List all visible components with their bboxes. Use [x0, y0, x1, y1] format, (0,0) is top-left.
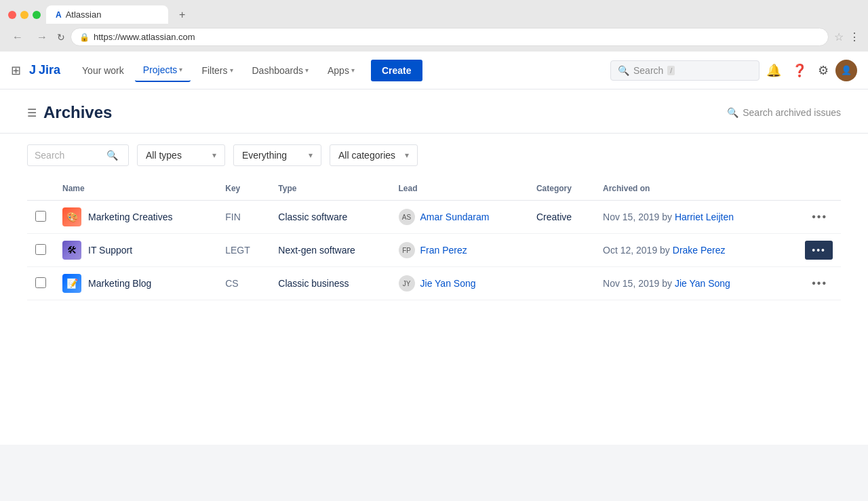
row-checkbox-cell	[27, 201, 54, 234]
search-label: Search	[633, 65, 663, 76]
nav-apps[interactable]: Apps ▾	[319, 60, 363, 81]
row-lead-cell: JYJie Yan Song	[391, 267, 528, 300]
search-filter-icon: 🔍	[106, 150, 118, 161]
nav-dashboards[interactable]: Dashboards ▾	[244, 60, 317, 81]
help-button[interactable]: ❓	[788, 59, 811, 82]
row-category: Creative	[528, 201, 595, 234]
everything-label: Everything	[242, 150, 287, 161]
everything-dropdown[interactable]: Everything ▾	[233, 144, 321, 166]
row-name-cell: 🛠IT Support	[54, 234, 217, 267]
maximize-dot[interactable]	[33, 11, 41, 19]
settings-button[interactable]: ⚙	[814, 59, 833, 82]
project-icon: 🎨	[62, 207, 81, 226]
user-avatar[interactable]: 👤	[835, 60, 857, 81]
project-name[interactable]: Marketing Creatives	[88, 212, 173, 222]
col-name: Name	[54, 177, 217, 201]
actions-menu-button-active[interactable]: •••	[805, 241, 833, 260]
search-input[interactable]	[35, 150, 102, 161]
nav-filters[interactable]: Filters ▾	[193, 60, 241, 81]
actions-menu-button[interactable]: •••	[806, 275, 833, 292]
project-name[interactable]: Marketing Blog	[88, 278, 151, 289]
global-search-bar[interactable]: 🔍 Search /	[610, 60, 760, 81]
search-shortcut: /	[667, 66, 675, 75]
col-actions	[785, 177, 841, 201]
col-type: Type	[270, 177, 390, 201]
jira-logo[interactable]: J Jira	[29, 63, 60, 77]
name-search-filter[interactable]: 🔍	[27, 144, 129, 166]
row-actions-cell: •••	[785, 234, 841, 267]
tab-title: Atlassian	[66, 9, 102, 20]
nav-your-work[interactable]: Your work	[74, 60, 132, 81]
close-dot[interactable]	[8, 11, 16, 19]
minimize-dot[interactable]	[20, 11, 28, 19]
all-categories-label: All categories	[338, 150, 395, 161]
all-types-dropdown[interactable]: All types ▾	[137, 144, 225, 166]
refresh-button[interactable]: ↻	[57, 32, 65, 43]
table-header: Name Key Type Lead Category Archived on	[27, 177, 841, 201]
archived-by-user[interactable]: Jie Yan Song	[675, 278, 730, 289]
top-nav: ⊞ J Jira Your work Projects ▾ Filters ▾ …	[0, 52, 868, 89]
forward-button[interactable]: →	[33, 30, 52, 45]
new-tab-button[interactable]: +	[174, 6, 191, 24]
row-name-cell: 📝Marketing Blog	[54, 267, 217, 300]
lead-name[interactable]: Fran Perez	[420, 245, 467, 256]
archives-table: Name Key Type Lead Category Archived on …	[27, 177, 841, 300]
lock-icon: 🔒	[79, 33, 90, 42]
row-actions-cell: •••	[785, 201, 841, 234]
bookmark-button[interactable]: ☆	[834, 31, 844, 43]
notifications-button[interactable]: 🔔	[762, 59, 785, 82]
browser-toolbar: ← → ↻ 🔒 https://www.atlassian.com ☆ ⋮	[0, 24, 868, 52]
archived-by-user[interactable]: Harriet Leijten	[675, 212, 734, 222]
lead-name[interactable]: Amar Sundaram	[420, 212, 490, 222]
address-bar[interactable]: 🔒 https://www.atlassian.com	[71, 28, 829, 46]
lead-name[interactable]: Jie Yan Song	[420, 278, 476, 289]
row-category	[528, 234, 595, 267]
col-checkbox	[27, 177, 54, 201]
search-archived-label: Search archived issues	[743, 107, 841, 118]
row-type: Next-gen software	[270, 234, 390, 267]
col-key: Key	[217, 177, 270, 201]
row-checkbox-cell	[27, 267, 54, 300]
row-archived-on: Nov 15, 2019 by Harriet Leijten	[595, 201, 785, 234]
row-key: LEGT	[217, 234, 270, 267]
col-archived-on: Archived on	[595, 177, 785, 201]
grid-icon[interactable]: ⊞	[11, 63, 21, 78]
create-button[interactable]: Create	[371, 60, 422, 81]
row-type: Classic software	[270, 201, 390, 234]
search-archived-button[interactable]: 🔍 Search archived issues	[727, 107, 841, 118]
row-checkbox[interactable]	[35, 211, 46, 222]
page-title: Archives	[43, 103, 112, 122]
archives-table-container: Name Key Type Lead Category Archived on …	[0, 177, 868, 300]
nav-projects[interactable]: Projects ▾	[135, 59, 191, 82]
back-button[interactable]: ←	[8, 30, 27, 45]
row-checkbox[interactable]	[35, 244, 46, 255]
everything-caret: ▾	[309, 151, 313, 160]
table-row: 🎨Marketing CreativesFINClassic softwareA…	[27, 201, 841, 234]
row-checkbox[interactable]	[35, 277, 46, 288]
project-name[interactable]: IT Support	[88, 245, 132, 256]
page-content: ☰ Archives 🔍 Search archived issues 🔍 Al…	[0, 89, 868, 300]
apps-caret: ▾	[351, 66, 355, 74]
col-category: Category	[528, 177, 595, 201]
project-icon: 🛠	[62, 241, 81, 260]
lead-avatar: JY	[399, 275, 415, 292]
browser-titlebar: A Atlassian +	[0, 0, 868, 24]
jira-logo-text: Jira	[39, 63, 60, 77]
search-archived-icon: 🔍	[727, 107, 738, 118]
atlassian-tab-icon: A	[56, 10, 62, 20]
row-name-cell: 🎨Marketing Creatives	[54, 201, 217, 234]
lead-avatar: AS	[399, 209, 415, 225]
table-row: 📝Marketing BlogCSClassic businessJYJie Y…	[27, 267, 841, 300]
browser-tab[interactable]: A Atlassian	[46, 5, 168, 24]
row-lead-cell: FPFran Perez	[391, 234, 528, 267]
archived-by-user[interactable]: Drake Perez	[673, 245, 726, 256]
all-types-label: All types	[146, 150, 182, 161]
all-categories-caret: ▾	[405, 151, 409, 160]
row-key: FIN	[217, 201, 270, 234]
row-key: CS	[217, 267, 270, 300]
all-categories-dropdown[interactable]: All categories ▾	[330, 144, 418, 166]
browser-menu-button[interactable]: ⋮	[849, 31, 860, 43]
sidebar-toggle-icon[interactable]: ☰	[27, 106, 37, 119]
table-body: 🎨Marketing CreativesFINClassic softwareA…	[27, 201, 841, 300]
actions-menu-button[interactable]: •••	[806, 208, 833, 226]
